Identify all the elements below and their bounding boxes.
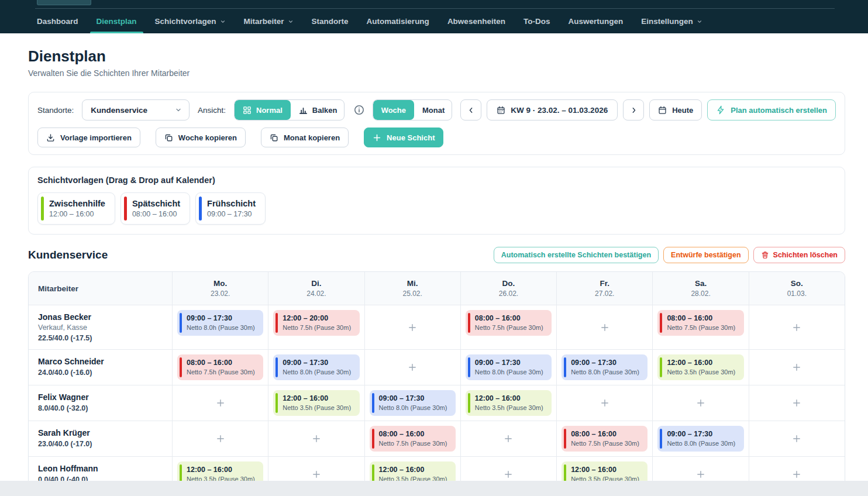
day-column-header: Mo.23.02.: [172, 272, 268, 305]
confirm-auto-shifts-button[interactable]: Automatisch erstellte Schichten bestätig…: [494, 247, 659, 263]
add-shift-plus-icon: [504, 434, 513, 443]
template-color-bar: [41, 197, 44, 221]
shift-templates-heading: Schichtvorlagen (Drag & Drop auf Kalende…: [37, 175, 836, 185]
confirm-auto-shifts-label: Automatisch erstellte Schichten bestätig…: [501, 251, 651, 259]
day-name: Di.: [311, 279, 321, 288]
nav-item-to-dos[interactable]: To-Dos: [523, 9, 550, 33]
shift-card[interactable]: 12:00 – 16:00Netto 3.5h (Pause 30m): [273, 390, 359, 416]
app-logo: [37, 0, 91, 5]
employee-row: Sarah Krüger23.0/40.0 (-17.0)08:00 – 16:…: [29, 421, 845, 456]
empty-shift-cell[interactable]: [172, 421, 268, 456]
empty-shift-cell[interactable]: [556, 385, 652, 421]
empty-shift-cell[interactable]: [749, 385, 845, 421]
import-template-button[interactable]: Vorlage importieren: [37, 128, 140, 147]
shift-netto: Netto 3.5h (Pause 30m): [187, 475, 259, 481]
delete-shifts-button[interactable]: Schichten löschen: [753, 247, 845, 263]
empty-shift-cell[interactable]: [749, 421, 845, 456]
new-shift-button[interactable]: Neue Schicht: [364, 128, 443, 147]
shift-card[interactable]: 08:00 – 16:00Netto 7.5h (Pause 30m): [657, 310, 743, 336]
employee-column-header: Mitarbeiter: [29, 272, 172, 305]
empty-shift-cell[interactable]: [749, 305, 845, 349]
shift-card[interactable]: 12:00 – 16:00Netto 3.5h (Pause 30m): [370, 461, 456, 481]
shift-card[interactable]: 09:00 – 17:30Netto 8.0h (Pause 30m): [562, 354, 647, 380]
nav-item-label: Einstellungen: [641, 17, 693, 26]
empty-shift-cell[interactable]: [460, 421, 556, 456]
copy-week-button[interactable]: Woche kopieren: [156, 128, 246, 147]
shift-card[interactable]: 12:00 – 16:00Netto 3.5h (Pause 30m): [466, 390, 552, 416]
shift-netto: Netto 7.5h (Pause 30m): [475, 323, 547, 332]
nav-item-label: Standorte: [312, 17, 349, 26]
auto-plan-button[interactable]: Plan automatisch erstellen: [707, 99, 836, 120]
view-option-label: Normal: [256, 106, 283, 115]
confirm-drafts-button[interactable]: Entwürfe bestätigen: [663, 247, 748, 263]
next-week-button[interactable]: [623, 99, 644, 120]
shift-template-card[interactable]: Zwischenhilfe12:00 – 16:00: [37, 192, 115, 225]
nav-item-dienstplan[interactable]: Dienstplan: [97, 9, 137, 33]
nav-item-mitarbeiter[interactable]: Mitarbeiter: [244, 9, 294, 33]
shift-card[interactable]: 09:00 – 17:30Netto 8.0h (Pause 30m): [466, 354, 552, 380]
today-button[interactable]: Heute: [649, 99, 702, 120]
empty-shift-cell[interactable]: [556, 305, 652, 349]
shift-card[interactable]: 09:00 – 17:30Netto 8.0h (Pause 30m): [370, 390, 456, 416]
prev-week-button[interactable]: [460, 99, 481, 120]
period-option-monat[interactable]: Monat: [414, 100, 452, 120]
empty-shift-cell[interactable]: [364, 305, 460, 349]
add-shift-plus-icon: [696, 470, 705, 479]
empty-shift-cell[interactable]: [268, 421, 364, 456]
employee-name: Leon Hoffmann: [38, 463, 163, 474]
nav-item-schichtvorlagen[interactable]: Schichtvorlagen: [155, 9, 226, 33]
employee-name: Marco Schneider: [38, 356, 163, 367]
week-display-button[interactable]: KW 9 · 23.02. – 01.03.2026: [487, 99, 618, 120]
nav-item-dashboard[interactable]: Dashboard: [37, 9, 78, 33]
empty-shift-cell[interactable]: [749, 457, 845, 481]
empty-shift-cell[interactable]: [364, 350, 460, 385]
add-shift-plus-icon: [312, 434, 321, 443]
shift-card[interactable]: 08:00 – 16:00Netto 7.5h (Pause 30m): [466, 310, 552, 336]
period-option-woche[interactable]: Woche: [373, 100, 414, 120]
view-option-normal[interactable]: Normal: [235, 100, 291, 120]
empty-shift-cell[interactable]: [749, 350, 845, 385]
add-shift-plus-icon: [408, 323, 417, 332]
view-option-balken[interactable]: Balken: [291, 100, 345, 120]
employee-cell: Felix Wagner8.0/40.0 (-32.0): [29, 385, 172, 421]
shift-card[interactable]: 08:00 – 16:00Netto 7.5h (Pause 30m): [177, 354, 263, 380]
period-option-label: Woche: [381, 106, 406, 115]
nav-item-auswertungen[interactable]: Auswertungen: [568, 9, 623, 33]
shift-card[interactable]: 12:00 – 16:00Netto 3.5h (Pause 30m): [657, 354, 743, 380]
shift-card[interactable]: 09:00 – 17:30Netto 8.0h (Pause 30m): [273, 354, 359, 380]
empty-shift-cell[interactable]: [460, 457, 556, 481]
shift-cell: 12:00 – 16:00Netto 3.5h (Pause 30m): [364, 457, 460, 481]
empty-shift-cell[interactable]: [652, 385, 748, 421]
template-name: Frühschicht: [207, 198, 256, 209]
shift-card[interactable]: 12:00 – 16:00Netto 3.5h (Pause 30m): [562, 461, 647, 481]
shift-template-card[interactable]: Frühschicht09:00 – 17:30: [195, 192, 266, 225]
shift-card[interactable]: 09:00 – 17:30Netto 8.0h (Pause 30m): [657, 426, 743, 452]
day-name: Mi.: [407, 279, 418, 288]
nav-item-automatisierung[interactable]: Automatisierung: [367, 9, 429, 33]
template-name: Zwischenhilfe: [49, 198, 105, 209]
chevron-down-icon: [220, 19, 226, 25]
shift-time: 12:00 – 16:00: [475, 394, 547, 403]
nav-item-abwesenheiten[interactable]: Abwesenheiten: [447, 9, 505, 33]
copy-month-button[interactable]: Monat kopieren: [261, 128, 349, 147]
shift-netto: Netto 3.5h (Pause 30m): [667, 368, 739, 376]
shift-netto: Netto 3.5h (Pause 30m): [571, 475, 643, 481]
shift-card[interactable]: 12:00 – 20:00Netto 7.5h (Pause 30m): [273, 310, 359, 336]
today-label: Heute: [672, 106, 693, 115]
view-toggle: Normal Balken: [234, 99, 345, 120]
nav-item-einstellungen[interactable]: Einstellungen: [641, 9, 702, 33]
info-icon[interactable]: [354, 105, 364, 115]
shift-card[interactable]: 12:00 – 16:00Netto 3.5h (Pause 30m): [177, 461, 263, 481]
shift-card[interactable]: 08:00 – 16:00Netto 7.5h (Pause 30m): [562, 426, 647, 452]
empty-shift-cell[interactable]: [268, 457, 364, 481]
shift-template-card[interactable]: Spätschicht08:00 – 16:00: [120, 192, 190, 225]
empty-shift-cell[interactable]: [652, 457, 748, 481]
shift-cell: 09:00 – 17:30Netto 8.0h (Pause 30m): [364, 385, 460, 421]
shift-cell: 09:00 – 17:30Netto 8.0h (Pause 30m): [652, 421, 748, 456]
template-list: Zwischenhilfe12:00 – 16:00Spätschicht08:…: [37, 192, 836, 225]
shift-card[interactable]: 09:00 – 17:30Netto 8.0h (Pause 30m): [177, 310, 263, 336]
shift-card[interactable]: 08:00 – 16:00Netto 7.5h (Pause 30m): [370, 426, 456, 452]
standorte-select[interactable]: Kundenservice: [82, 99, 190, 120]
nav-item-standorte[interactable]: Standorte: [312, 9, 349, 33]
empty-shift-cell[interactable]: [172, 385, 268, 421]
